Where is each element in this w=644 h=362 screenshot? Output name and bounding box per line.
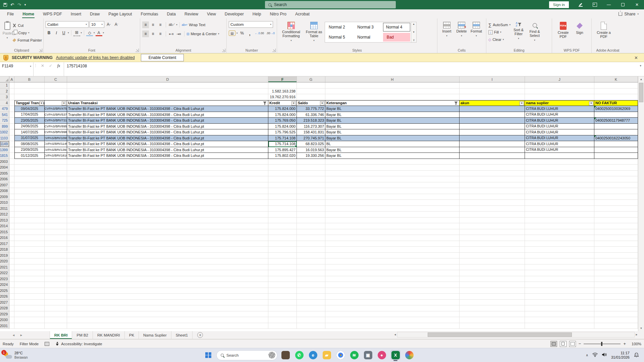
grid-cell[interactable] [268,276,297,282]
cell-kredit[interactable]: 175.824.000 [268,112,297,118]
grid-cell[interactable] [14,247,45,253]
style-item-normal-2[interactable]: Normal 2 [325,22,354,32]
grid-cell[interactable] [9,176,14,182]
grid-cell[interactable] [268,159,297,165]
number-format-select[interactable]: Custom▾ [229,21,273,28]
cell-uraian[interactable]: Transfer BI-Fast ke PT BANK UOB INDONESI… [67,147,268,153]
increase-decimal-icon[interactable]: ←.0.00 [254,30,265,37]
grid-cell[interactable] [325,247,460,253]
align-right-icon[interactable]: ≡ [157,31,164,37]
grid-cell[interactable] [525,305,594,311]
cell-tanggal[interactable]: 23/05/2025 [14,118,45,124]
filter-header-nama-suplier[interactable]: nama suplier▾ [525,100,594,106]
grid-cell[interactable] [525,165,594,171]
row-header-2010[interactable]: 2010 [0,200,9,206]
align-top-icon[interactable]: ≡ [142,21,149,28]
grid-cell[interactable] [325,94,460,100]
grid-cell[interactable] [594,270,638,276]
grid-cell[interactable] [268,218,297,224]
cell-keterangan[interactable]: Bayar BL [325,135,460,141]
grid-cell[interactable] [14,258,45,264]
cell-akun[interactable] [460,147,525,153]
grid-cell[interactable] [9,247,14,253]
grid-cell[interactable] [9,129,14,135]
draw-pen-icon[interactable] [574,0,588,9]
horizontal-scrollbar[interactable]: ◄ ► [394,332,638,338]
paste-button[interactable]: Paste▾ [2,20,12,47]
cell-ref[interactable]: CVPAS/BRI/895 [45,124,67,130]
column-header-H[interactable]: H [325,76,460,82]
grid-cell[interactable] [297,82,325,88]
grid-cell[interactable] [14,88,45,95]
insert-cells-button[interactable]: Insert▾ [439,20,454,47]
cell-uraian[interactable]: Transfer BI-Fast ke PT BANK UOB INDONESI… [67,112,268,118]
grid-cell[interactable] [45,176,67,182]
grid-cell[interactable] [45,253,67,259]
grid-cell[interactable] [9,124,14,130]
grid-cell[interactable] [67,294,268,300]
grid-cell[interactable] [45,212,67,218]
menu-tab-page-layout[interactable]: Page Layout [104,9,136,18]
grid-cell[interactable] [594,241,638,247]
grid-cell[interactable] [594,200,638,206]
grid-cell[interactable] [525,323,594,329]
cell-no-faktur[interactable] [594,147,638,153]
column-header-G[interactable]: G [297,76,325,82]
number-dialog-launcher-icon[interactable]: ↘ [272,49,276,52]
grid-cell[interactable] [268,212,297,218]
grid-cell[interactable] [45,270,67,276]
grid-cell[interactable] [594,223,638,229]
grid-cell[interactable] [9,182,14,188]
chrome-browser-icon[interactable] [335,350,346,361]
cell-ref[interactable]: CVPAS/BRI/537 [45,112,67,118]
grid-cell[interactable] [460,165,525,171]
row-header-2029[interactable]: 2029 [0,311,9,317]
grid-cell[interactable] [594,235,638,241]
grid-cell[interactable] [525,282,594,288]
cell-ref[interactable]: CVPAS/BRI/1099 [45,135,67,141]
grid-cell[interactable] [14,270,45,276]
wrap-text-button[interactable]: ab↵Wrap Text [182,21,206,28]
grid-cell[interactable] [268,241,297,247]
clock[interactable]: 11:17 31/01/2026 [611,351,630,360]
grid-cell[interactable] [14,206,45,212]
grid-cell[interactable] [525,200,594,206]
grid-cell[interactable] [9,165,14,171]
sheet-nav-right-icon[interactable]: ► [20,334,23,337]
grid-cell[interactable] [325,218,460,224]
cell-keterangan[interactable]: Bayar BL [325,118,460,124]
grid-cell[interactable] [297,241,325,247]
start-button[interactable] [203,350,214,361]
row-header-2024[interactable]: 2024 [0,282,9,288]
cell-uraian[interactable]: Transfer BI-Fast ke PT BANK UOB INDONESI… [67,135,268,141]
cell-tanggal[interactable]: 17/04/2025 [14,112,45,118]
filter-applied-icon[interactable] [263,102,267,105]
grid-cell[interactable] [9,135,14,141]
grid-cell[interactable] [67,206,268,212]
fill-handle[interactable] [295,145,297,147]
style-item-normal-5[interactable]: Normal 5 [325,32,354,42]
clear-button[interactable]: ◇Clear▾ [488,36,511,43]
font-dialog-launcher-icon[interactable]: ↘ [136,49,139,52]
horizontal-scrollbar-thumb[interactable] [428,333,572,337]
grid-cell[interactable] [9,153,14,159]
font-size-select[interactable]: 10▾ [90,21,104,28]
app-window-icon[interactable] [280,350,291,361]
grid-cell[interactable] [325,288,460,294]
grid-cell[interactable] [460,305,525,311]
grid-cell[interactable] [297,229,325,235]
row-header-2019[interactable]: 2019 [0,253,9,259]
format-painter-button[interactable]: Format Painter [12,37,42,44]
grid-cell[interactable] [14,317,45,323]
grid-cell[interactable] [460,212,525,218]
grid-cell[interactable] [460,206,525,212]
grid-cell[interactable] [460,176,525,182]
comma-style-icon[interactable]: , [247,30,253,37]
grid-cell[interactable] [594,311,638,317]
grid-cell[interactable] [297,282,325,288]
scroll-left-icon[interactable]: ◄ [394,333,396,336]
grid-cell[interactable] [594,171,638,177]
grid-cell[interactable] [67,276,268,282]
menu-tab-acrobat[interactable]: Acrobat [291,9,314,18]
grid-cell[interactable] [9,194,14,200]
